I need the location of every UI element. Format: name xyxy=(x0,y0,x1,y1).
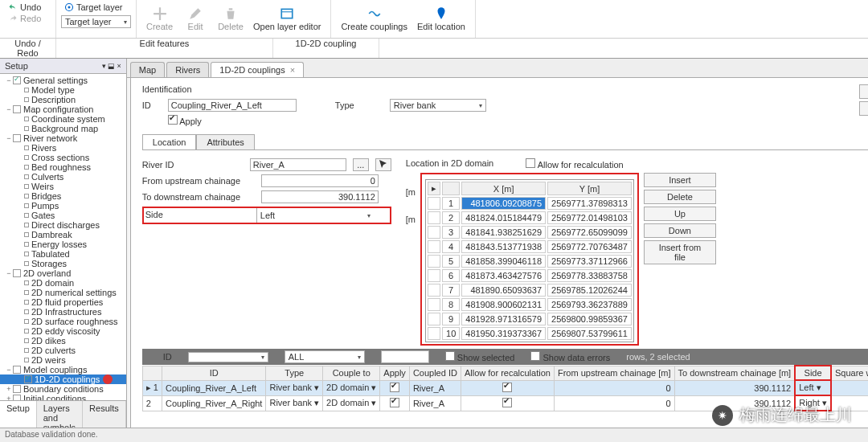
tree-item[interactable]: −General settings xyxy=(0,76,126,85)
coord-row[interactable]: 9481928.9713165792569800.99859367 xyxy=(428,313,632,325)
wechat-icon: ✷ xyxy=(712,405,733,426)
tree-item[interactable]: Storages xyxy=(0,259,126,268)
target-layer-dropdown[interactable]: Target layer xyxy=(61,15,131,28)
undo-icon xyxy=(8,2,18,12)
coord-row[interactable]: 3481841.9382516292569772.65099099 xyxy=(428,226,632,239)
apply-checkbox[interactable]: Apply xyxy=(168,115,202,126)
from-chainage-label: From upstream chainage xyxy=(142,176,255,186)
tab-location[interactable]: Location xyxy=(142,134,197,149)
tree-item[interactable]: 1D-2D couplings xyxy=(0,374,126,384)
grid-filter-id[interactable] xyxy=(188,352,268,362)
insert-button[interactable]: Insert xyxy=(859,84,868,99)
tab-attributes[interactable]: Attributes xyxy=(196,134,254,149)
create-button[interactable]: Create xyxy=(141,2,178,36)
ribbon-captions: Undo / Redo Edit features 1D-2D coupling xyxy=(0,39,868,59)
pick-button[interactable] xyxy=(375,158,391,171)
tree-item[interactable]: Dambreak xyxy=(0,230,126,239)
tree-item[interactable]: 2D eddy viscosity xyxy=(0,326,126,336)
tree-item[interactable]: 2D domain xyxy=(0,278,126,288)
coord-row[interactable]: 1481806.092088752569771.37898313 xyxy=(428,197,632,210)
tree-item[interactable]: Background map xyxy=(0,124,126,133)
coord-insert-from-file-button[interactable]: Insert from file xyxy=(644,240,716,264)
tree-item[interactable]: Description xyxy=(0,95,126,104)
tree-item[interactable]: 2D surface roughness xyxy=(0,317,126,326)
to-chainage-input[interactable] xyxy=(261,190,379,203)
show-selected-checkbox[interactable]: Show selected xyxy=(445,351,515,362)
coord-row[interactable]: 2481824.0151844792569772.01498103 xyxy=(428,211,632,224)
tab-couplings[interactable]: 1D-2D couplings× xyxy=(211,62,304,77)
coord-insert-button[interactable]: Insert xyxy=(644,173,716,187)
side-label: Side xyxy=(144,208,256,223)
coord-row[interactable]: 10481950.3193733672569807.53799611 xyxy=(428,327,632,340)
tree-item[interactable]: Direct discharges xyxy=(0,220,126,230)
watermark: ✷ 梅雨连绵最上川 xyxy=(712,404,852,426)
document-tabs: Map Rivers 1D-2D couplings× ▾ xyxy=(127,59,868,78)
tab-rivers[interactable]: Rivers xyxy=(166,62,209,77)
tree-item[interactable]: Bridges xyxy=(0,191,126,201)
coord-table[interactable]: ▸X [m]Y [m]1481806.092088752569771.37898… xyxy=(425,179,634,342)
target-icon xyxy=(64,2,74,12)
tree-item[interactable]: 2D culverts xyxy=(0,346,126,355)
grid-filter-all[interactable]: ALL xyxy=(285,350,365,363)
open-layer-editor-button[interactable]: Open layer editor xyxy=(248,2,326,36)
id-label: ID xyxy=(142,100,162,110)
pin-icon[interactable]: ▾ ⬓ × xyxy=(102,62,121,70)
coord-up-button[interactable]: Up xyxy=(644,207,716,221)
coord-row[interactable]: 5481858.3990461182569773.37112966 xyxy=(428,255,632,268)
tab-map[interactable]: Map xyxy=(130,62,165,77)
tree-item[interactable]: Cross sections xyxy=(0,153,126,162)
tree-item[interactable]: Coordinate system xyxy=(0,114,126,124)
tree-item[interactable]: 2D weirs xyxy=(0,355,126,365)
to-chainage-label: To downstream chainage xyxy=(142,192,255,202)
tree-item[interactable]: −2D overland xyxy=(0,268,126,278)
tree-item[interactable]: −River network xyxy=(0,133,126,143)
status-bar: Database validation done. xyxy=(0,428,868,442)
tree-item[interactable]: Rivers xyxy=(0,143,126,153)
type-dropdown[interactable]: River bank xyxy=(390,99,486,112)
create-couplings-button[interactable]: Create couplings xyxy=(336,2,412,36)
grid-search[interactable] xyxy=(381,350,429,363)
delete-button[interactable]: Delete xyxy=(213,2,248,36)
tree-item[interactable]: −Map configuration xyxy=(0,104,126,114)
side-dropdown[interactable]: Left xyxy=(256,208,374,223)
browse-button[interactable]: ... xyxy=(353,158,369,171)
tree-item[interactable]: Energy losses xyxy=(0,239,126,249)
redo-button[interactable]: Redo xyxy=(5,13,51,24)
tree-item[interactable]: Tabulated xyxy=(0,249,126,259)
location-2d-label: Location in 2D domain xyxy=(406,158,493,170)
edit-button[interactable]: Edit xyxy=(178,2,213,36)
coord-row[interactable]: 8481908.9006021312569793.36237889 xyxy=(428,298,632,311)
tree-item[interactable]: 2D dikes xyxy=(0,336,126,346)
sidebar-header: Setup ▾ ⬓ × xyxy=(0,59,126,74)
ribbon-toolbar: Undo Redo Target layer Target layer Crea… xyxy=(0,0,868,39)
tree-item[interactable]: Weirs xyxy=(0,182,126,191)
tree-item[interactable]: −Model couplings xyxy=(0,365,126,374)
undo-button[interactable]: Undo xyxy=(5,2,51,13)
tree-item[interactable]: 2D Infrastructures xyxy=(0,307,126,317)
coord-row[interactable]: 7481890.650936372569785.12026244 xyxy=(428,284,632,297)
tree-item[interactable]: 2D numerical settings xyxy=(0,288,126,297)
show-errors-checkbox[interactable]: Show data errors xyxy=(530,351,610,362)
coord-down-button[interactable]: Down xyxy=(644,223,716,238)
location-icon xyxy=(434,6,448,21)
coord-row[interactable]: 6481873.4634275762569778.33883758 xyxy=(428,269,632,282)
grid-row[interactable]: ▸ 1Coupling_River_A_LeftRiver bank ▾2D d… xyxy=(142,380,868,395)
edit-location-button[interactable]: Edit location xyxy=(412,2,470,36)
tree-item[interactable]: Model type xyxy=(0,85,126,95)
tree-item[interactable]: Culverts xyxy=(0,172,126,182)
close-icon[interactable]: × xyxy=(290,65,295,75)
river-id-input[interactable] xyxy=(250,158,346,171)
tree-item[interactable]: +Boundary conditions xyxy=(0,384,126,394)
id-input[interactable] xyxy=(168,99,297,112)
tree-item[interactable]: Bed roughness xyxy=(0,162,126,172)
coord-delete-button[interactable]: Delete xyxy=(644,190,716,204)
tree-item[interactable]: Gates xyxy=(0,211,126,220)
tree-item[interactable]: 2D fluid properties xyxy=(0,297,126,307)
tree-item[interactable]: +Initial conditions xyxy=(0,394,126,400)
allow-recalc-checkbox[interactable]: Allow for recalculation xyxy=(526,158,623,170)
from-chainage-input[interactable] xyxy=(261,174,379,187)
setup-tree[interactable]: −General settingsModel typeDescription−M… xyxy=(0,74,126,400)
coord-row[interactable]: 4481843.5137719382569772.70763487 xyxy=(428,240,632,253)
delete-button[interactable]: Delete xyxy=(859,101,868,116)
tree-item[interactable]: Pumps xyxy=(0,201,126,211)
